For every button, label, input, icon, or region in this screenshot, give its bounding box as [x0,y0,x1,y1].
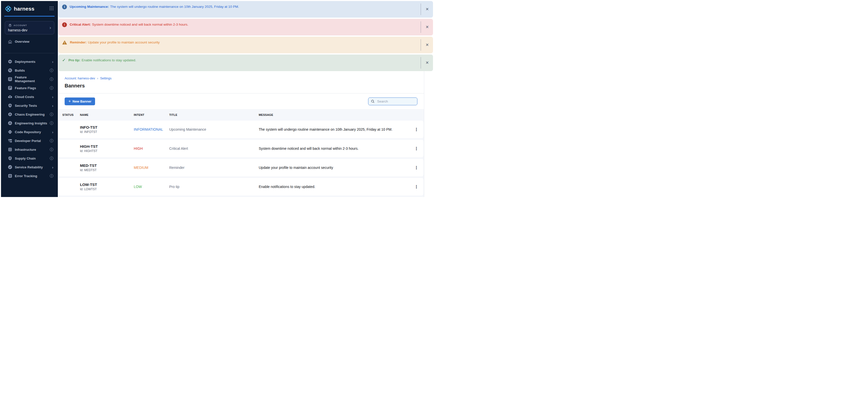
sidebar-item-security-tests[interactable]: Security Tests › [1,101,58,110]
intent-badge: MEDIUM [134,166,169,170]
breadcrumb-account-link[interactable]: Account: harness-dev [65,77,95,80]
close-icon[interactable]: ✕ [425,61,430,65]
info-icon[interactable]: i [50,121,53,125]
banner-success: ✓ Pro tip:Enable notifications to stay u… [58,55,433,71]
sidebar-item-label: Developer Portal [15,139,41,143]
sidebar: harness ACCOUNT harness-dev › Overview D… [1,1,58,197]
table-row[interactable]: INFO-TSTId: INFOTST INFORMATIONAL Upcomi… [58,121,424,138]
banner-name: MED-TST [80,163,134,168]
kebab-menu-icon[interactable]: ⋮ [414,166,418,170]
banner-name: HIGH-TST [80,144,134,149]
sidebar-item-label: Code Repository [15,130,41,134]
chevron-right-icon: › [52,104,53,107]
page-title: Banners [65,83,424,89]
banner-message: Update your profile to maintain account … [259,166,409,170]
banner-info: i Upcoming Maintenance:The system will u… [58,1,433,18]
info-icon[interactable]: i [50,148,53,151]
banner-message: Enable notifications to stay updated. [259,185,409,189]
sidebar-item-developer-portal[interactable]: Developer Portal i [1,136,58,145]
chevron-right-icon: › [97,76,98,80]
harness-logo-icon [4,5,12,12]
close-icon[interactable]: ✕ [425,25,430,29]
table-row[interactable]: MED-TSTId: MEDTST MEDIUM Reminder Update… [58,159,424,176]
sidebar-item-label: Overview [15,40,29,43]
sidebar-item-label: Engineering Insights [15,121,47,125]
banner-id: Id: HIGHTST [80,149,134,153]
info-icon[interactable]: i [50,86,53,90]
close-icon[interactable]: ✕ [425,7,430,11]
kebab-menu-icon[interactable]: ⋮ [414,127,418,132]
banner-id: Id: LOWTST [80,188,134,191]
supply-chain-icon [8,156,12,161]
banner-id: Id: INFOTST [80,130,134,134]
sidebar-item-label: Security Tests [15,104,37,107]
sidebar-item-code-repository[interactable]: Code Repository › [1,128,58,136]
table-row[interactable]: HIGH-TSTId: HIGHTST HIGH Critical Alert … [58,140,424,157]
info-icon[interactable]: i [50,174,53,178]
feature-management-icon [8,77,12,81]
sidebar-item-error-tracking[interactable]: Error Tracking i [1,172,58,180]
breadcrumb-settings-link[interactable]: Settings [100,77,112,80]
sidebar-item-service-reliability[interactable]: Service Reliability › [1,163,58,172]
column-status: STATUS [58,113,80,116]
feature-flags-icon [8,86,12,90]
sidebar-item-label: Chaos Engineering [15,112,44,116]
search-icon [371,99,375,103]
sidebar-item-cloud-costs[interactable]: $ Cloud Costs › [1,93,58,101]
account-selector[interactable]: ACCOUNT harness-dev › [5,21,54,34]
sidebar-item-engineering-insights[interactable]: Engineering Insights i [1,119,58,128]
banner-message: The system will undergo routine maintena… [259,127,409,131]
security-tests-icon [8,103,12,108]
service-reliability-icon [8,165,12,169]
home-icon [8,39,12,44]
info-icon[interactable]: i [50,77,53,81]
logo-text: harness [14,6,34,12]
info-icon[interactable]: i [50,112,53,116]
kebab-menu-icon[interactable]: ⋮ [414,146,418,151]
toolbar: + New Banner [58,94,424,109]
info-icon[interactable]: i [50,157,53,160]
search-input[interactable] [377,99,415,103]
sidebar-item-deployments[interactable]: Deployments › [1,57,58,66]
sidebar-item-infrastructure[interactable]: Infrastructure i [1,145,58,154]
engineering-insights-icon [8,121,12,125]
close-icon[interactable]: ✕ [425,43,430,47]
banner-divider [421,57,421,69]
error-tracking-icon [8,174,12,178]
banner-divider [421,3,421,15]
banner-title: Upcoming Maintenance [169,127,259,131]
banner-name: LOW-TST [80,183,134,187]
banner-text: Pro tip:Enable notifications to stay upd… [68,58,136,62]
sidebar-item-feature-management[interactable]: Feature Management i [1,75,58,84]
code-repository-icon [8,130,12,134]
sidebar-item-label: Feature Flags [15,86,36,90]
sidebar-item-label: Deployments [15,60,35,64]
sidebar-item-builds[interactable]: Builds i [1,66,58,75]
table-row[interactable]: LOW-TSTId: LOWTST LOW Pro tip Enable not… [58,178,424,196]
intent-badge: LOW [134,185,169,189]
sidebar-item-supply-chain[interactable]: Supply Chain i [1,154,58,163]
kebab-menu-icon[interactable]: ⋮ [414,185,418,189]
sidebar-item-overview[interactable]: Overview [1,37,58,46]
search-box[interactable] [368,98,417,105]
layers-icon [8,23,12,27]
content-panel: Account: harness-dev › Settings Banners … [58,71,424,197]
account-name: harness-dev [8,28,27,32]
sidebar-nav: Deployments › Builds i Feature Managemen… [1,57,58,180]
banner-title: Reminder [169,166,259,170]
account-label: ACCOUNT [13,24,27,27]
sidebar-item-chaos-engineering[interactable]: Chaos Engineering i [1,110,58,119]
info-banner-icon: i [62,4,67,9]
banner-text: Critical Alert:System downtime noticed a… [70,23,188,26]
banner-text: Reminder:Update your profile to maintain… [70,40,160,44]
sidebar-item-feature-flags[interactable]: Feature Flags i [1,84,58,93]
info-icon[interactable]: i [50,139,53,142]
info-icon[interactable]: i [50,69,53,72]
check-banner-icon: ✓ [62,58,66,62]
warning-triangle-icon [62,40,67,45]
chevron-right-icon: › [50,25,51,30]
sidebar-item-label: Error Tracking [15,174,37,178]
app-grid-icon[interactable] [49,6,54,11]
sidebar-item-label: Builds [15,69,25,72]
new-banner-button[interactable]: + New Banner [65,98,95,105]
